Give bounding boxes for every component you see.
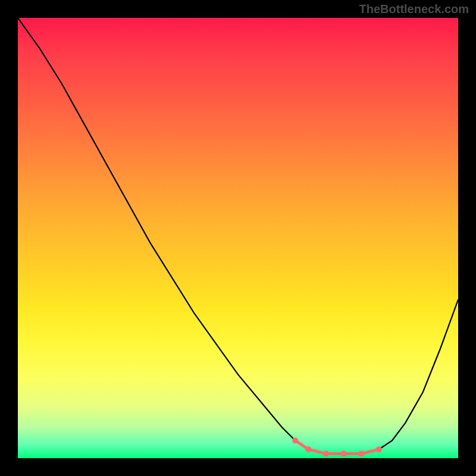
chart-plot-area bbox=[18, 18, 458, 458]
svg-point-5 bbox=[376, 446, 382, 452]
svg-point-2 bbox=[323, 451, 329, 457]
chart-svg bbox=[18, 18, 458, 458]
optimal-zone-markers bbox=[292, 437, 382, 456]
svg-point-3 bbox=[341, 451, 347, 457]
svg-point-4 bbox=[358, 451, 364, 457]
svg-point-1 bbox=[305, 446, 311, 452]
watermark-text: TheBottleneck.com bbox=[359, 2, 469, 16]
bottleneck-curve-line bbox=[18, 18, 458, 454]
svg-point-0 bbox=[292, 437, 298, 443]
